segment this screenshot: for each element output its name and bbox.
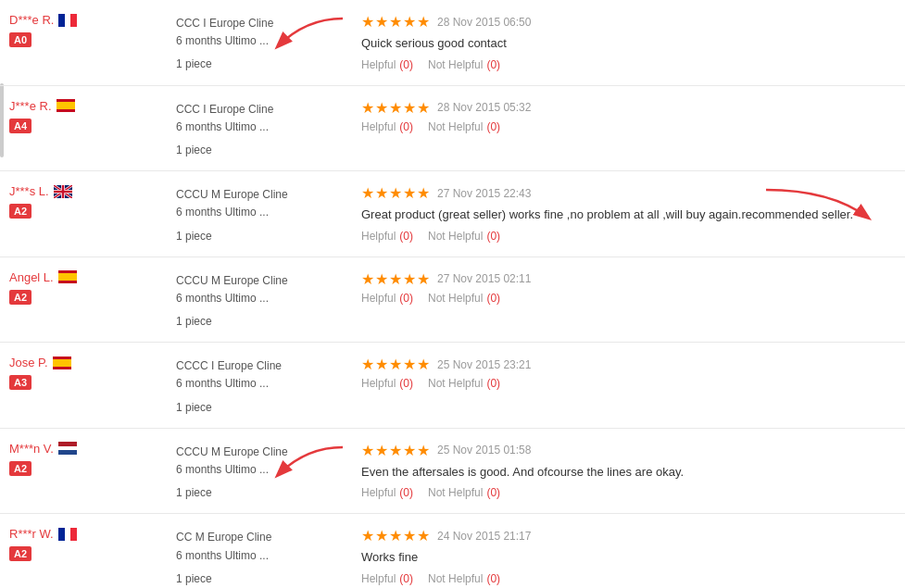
- review-date: 28 Nov 2015 05:32: [437, 101, 531, 114]
- flag-fr: [58, 528, 77, 541]
- not-helpful-label[interactable]: Not Helpful: [428, 377, 483, 390]
- review-date: 25 Nov 2015 01:58: [437, 444, 531, 457]
- reviewer-badge: A2: [9, 290, 31, 305]
- product-column: CCC I Europe Cline6 months Ultimo ...1 p…: [176, 13, 352, 74]
- svg-rect-14: [65, 528, 70, 541]
- not-helpful-count: (0): [486, 120, 500, 133]
- product-quantity: 1 piece: [176, 228, 352, 245]
- star-2: ★: [375, 356, 388, 373]
- reviewer-name[interactable]: M***n V.: [9, 442, 54, 456]
- product-name-line2: 6 months Ultimo ...: [176, 547, 352, 565]
- not-helpful-label[interactable]: Not Helpful: [428, 230, 483, 243]
- review-text: Great product (great seller) works fine …: [361, 206, 896, 224]
- reviewer-name[interactable]: J***s L.: [9, 184, 49, 198]
- star-3: ★: [389, 184, 402, 202]
- reviewer-name-row: D***e R.: [9, 13, 176, 27]
- product-name-line2: 6 months Ultimo ...: [176, 32, 352, 50]
- stars-row: ★★★★★25 Nov 2015 01:58: [361, 442, 896, 459]
- product-name-line1: CCC I Europe Cline: [176, 101, 352, 119]
- helpful-label[interactable]: Helpful: [361, 58, 396, 71]
- helpful-row: Helpful(0) Not Helpful(0): [361, 572, 896, 585]
- review-item: M***n V.A2CCCU M Europe Cline6 months Ul…: [0, 429, 905, 515]
- review-date: 24 Nov 2015 21:17: [437, 530, 531, 543]
- stars-row: ★★★★★24 Nov 2015 21:17: [361, 527, 896, 544]
- reviewer-name-row: Jose P.: [9, 356, 176, 369]
- review-content-column: ★★★★★25 Nov 2015 01:58Even the aftersale…: [352, 442, 896, 503]
- product-quantity: 1 piece: [176, 570, 352, 588]
- flag-es: [53, 357, 71, 369]
- star-1: ★: [361, 442, 374, 459]
- not-helpful-label[interactable]: Not Helpful: [428, 120, 483, 133]
- helpful-row: Helpful(0) Not Helpful(0): [361, 292, 896, 305]
- not-helpful-label[interactable]: Not Helpful: [428, 58, 483, 71]
- reviewer-column: Jose P.A3: [9, 356, 176, 417]
- reviewer-name-row: R***r W.: [9, 527, 176, 541]
- star-rating: ★★★★★: [361, 442, 430, 459]
- helpful-count: (0): [399, 572, 413, 585]
- star-rating: ★★★★★: [361, 184, 430, 202]
- reviewer-badge: A3: [9, 375, 31, 390]
- review-item: J***e R.A4CCC I Europe Cline6 months Ult…: [0, 86, 905, 172]
- svg-rect-15: [70, 528, 77, 541]
- svg-rect-0: [58, 14, 65, 27]
- review-text: Works fine: [361, 548, 896, 567]
- helpful-count: (0): [399, 120, 413, 133]
- stars-row: ★★★★★27 Nov 2015 02:11: [361, 270, 896, 288]
- helpful-label[interactable]: Helpful: [361, 377, 396, 390]
- star-5: ★: [417, 270, 430, 288]
- not-helpful-label[interactable]: Not Helpful: [428, 292, 483, 305]
- product-quantity: 1 piece: [176, 142, 352, 159]
- not-helpful-label[interactable]: Not Helpful: [428, 572, 483, 585]
- reviewer-name[interactable]: R***r W.: [9, 527, 54, 541]
- stars-row: ★★★★★28 Nov 2015 06:50: [361, 13, 896, 31]
- product-name-line2: 6 months Ultimo ...: [176, 375, 352, 393]
- review-date: 25 Nov 2015 23:21: [437, 358, 531, 371]
- not-helpful-count: (0): [486, 58, 500, 71]
- star-3: ★: [389, 13, 402, 31]
- reviewer-name-row: J***s L.: [9, 184, 176, 198]
- helpful-row: Helpful(0) Not Helpful(0): [361, 486, 896, 499]
- reviewer-name[interactable]: Angel L.: [9, 270, 54, 284]
- star-3: ★: [389, 442, 402, 459]
- reviewer-badge: A2: [9, 461, 31, 476]
- product-column: CCCU M Europe Cline6 months Ultimo ...1 …: [176, 270, 352, 332]
- helpful-label[interactable]: Helpful: [361, 120, 396, 133]
- helpful-label[interactable]: Helpful: [361, 572, 396, 585]
- product-name-line1: CCC I Europe Cline: [176, 15, 352, 32]
- star-5: ★: [417, 527, 430, 544]
- review-date: 27 Nov 2015 02:11: [437, 272, 531, 285]
- review-date: 28 Nov 2015 06:50: [437, 16, 531, 29]
- helpful-count: (0): [399, 292, 413, 305]
- helpful-label[interactable]: Helpful: [361, 230, 396, 243]
- star-4: ★: [403, 442, 416, 459]
- review-item: R***r W.A2CC M Europe Cline6 months Ulti…: [0, 514, 905, 588]
- reviewer-name[interactable]: D***e R.: [9, 13, 54, 27]
- product-name-line2: 6 months Ultimo ...: [176, 290, 352, 307]
- star-5: ★: [417, 356, 430, 373]
- star-rating: ★★★★★: [361, 527, 430, 544]
- not-helpful-count: (0): [486, 572, 500, 585]
- reviewer-name-row: M***n V.: [9, 442, 176, 456]
- helpful-label[interactable]: Helpful: [361, 292, 396, 305]
- review-item: Angel L.A2CCCU M Europe Cline6 months Ul…: [0, 257, 905, 344]
- star-3: ★: [389, 356, 402, 373]
- star-1: ★: [361, 184, 374, 202]
- helpful-row: Helpful(0) Not Helpful(0): [361, 377, 896, 390]
- product-name-line1: CCCC I Europe Cline: [176, 357, 352, 375]
- helpful-label[interactable]: Helpful: [361, 486, 396, 499]
- reviewer-badge: A4: [9, 119, 31, 133]
- star-1: ★: [361, 527, 374, 544]
- reviewer-name[interactable]: Jose P.: [9, 356, 48, 369]
- review-content-column: ★★★★★25 Nov 2015 23:21Helpful(0) Not Hel…: [352, 356, 896, 417]
- review-text: Even the aftersales is good. And ofcours…: [361, 463, 896, 482]
- flag-gb: [54, 185, 72, 198]
- reviewer-name[interactable]: J***e R.: [9, 99, 52, 113]
- review-item: J***s L. A2CCCU M Europe Cline6 months U…: [0, 171, 905, 257]
- helpful-count: (0): [399, 486, 413, 499]
- not-helpful-label[interactable]: Not Helpful: [428, 486, 483, 499]
- review-content-column: ★★★★★28 Nov 2015 05:32Helpful(0) Not Hel…: [352, 99, 896, 160]
- not-helpful-count: (0): [486, 486, 500, 499]
- product-name-line1: CCCU M Europe Cline: [176, 186, 352, 204]
- star-4: ★: [403, 527, 416, 544]
- reviewer-column: J***e R.A4: [9, 99, 176, 160]
